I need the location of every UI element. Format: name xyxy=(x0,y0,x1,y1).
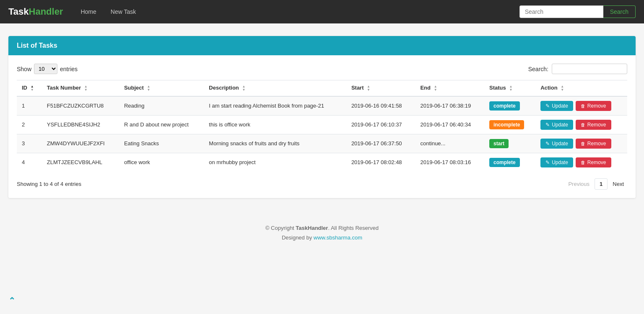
brand-logo[interactable]: TaskHandler xyxy=(8,6,63,17)
col-description[interactable]: Description ▲ ▼ xyxy=(204,80,346,96)
remove-button[interactable]: Remove xyxy=(576,120,611,130)
brand-handler: Handler xyxy=(29,6,63,17)
table-row: 2 YSFLLEDBNE4SIJH2 R and D about new pro… xyxy=(17,115,627,134)
cell-task-number: YSFLLEDBNE4SIJH2 xyxy=(42,115,119,134)
table-footer: Showing 1 to 4 of 4 entries Previous 1 N… xyxy=(17,178,627,190)
table-row: 1 F51BFCZUZKCGRTU8 Reading I am start re… xyxy=(17,96,627,116)
tasks-table: ID ▲ ▼ Task Number ▲ ▼ xyxy=(17,80,627,172)
rights-text: . All Rights Reserved xyxy=(328,225,379,231)
entries-info: Showing 1 to 4 of 4 entries xyxy=(17,181,81,187)
cell-action: Update Remove xyxy=(535,96,627,116)
status-badge: start xyxy=(489,139,509,148)
page-1-button[interactable]: 1 xyxy=(595,178,608,190)
cell-task-number: ZLMTJZEECVB9LAHL xyxy=(42,153,119,172)
search-button[interactable]: Search xyxy=(603,5,636,18)
entries-label: entries xyxy=(60,66,78,72)
col-id[interactable]: ID ▲ ▼ xyxy=(17,80,42,96)
page-footer: © Copyright TaskHandler. All Rights Rese… xyxy=(0,211,644,251)
trash-icon xyxy=(581,122,585,128)
next-page-button[interactable]: Next xyxy=(609,179,627,189)
cell-end: continue... xyxy=(415,134,484,153)
status-badge: complete xyxy=(489,101,520,111)
col-start[interactable]: Start ▲ ▼ xyxy=(346,80,415,96)
designed-by-line: Designed by www.sbsharma.com xyxy=(0,233,644,242)
cell-end: 2019-06-17 08:03:16 xyxy=(415,153,484,172)
designed-by-label: Designed by xyxy=(282,234,314,241)
col-action[interactable]: Action ▲ ▼ xyxy=(535,80,627,96)
cell-end: 2019-06-17 06:38:19 xyxy=(415,96,484,116)
search-input[interactable] xyxy=(519,5,603,18)
action-group: Update Remove xyxy=(540,157,622,167)
table-row: 3 ZMW4DYWUUEJF2XFI Eating Snacks Morning… xyxy=(17,134,627,153)
update-button[interactable]: Update xyxy=(540,157,573,167)
cell-id: 4 xyxy=(17,153,42,172)
card-body: Show 10 25 50 100 entries Search: xyxy=(8,55,636,198)
cell-id: 1 xyxy=(17,96,42,116)
sort-icon-status: ▲ ▼ xyxy=(509,85,512,92)
col-task-number[interactable]: Task Number ▲ ▼ xyxy=(42,80,119,96)
cell-end: 2019-06-17 06:40:34 xyxy=(415,115,484,134)
cell-status: start xyxy=(484,134,535,153)
show-entries: Show 10 25 50 100 entries xyxy=(17,64,78,74)
status-badge: incomplete xyxy=(489,120,524,129)
cell-action: Update Remove xyxy=(535,153,627,172)
update-button[interactable]: Update xyxy=(540,139,573,149)
navbar: TaskHandler Home New Task Search xyxy=(0,0,644,23)
trash-icon xyxy=(581,103,585,109)
cell-status: complete xyxy=(484,153,535,172)
card-header: List of Tasks xyxy=(8,36,636,55)
cell-description: I am start reading Alchemist Book from p… xyxy=(204,96,346,116)
trash-icon xyxy=(581,160,585,165)
col-end[interactable]: End ▲ ▼ xyxy=(415,80,484,96)
sort-icon-end: ▲ ▼ xyxy=(434,85,437,92)
table-search-input[interactable] xyxy=(552,64,627,74)
cell-subject: Reading xyxy=(119,96,204,116)
sort-icon-subject: ▲ ▼ xyxy=(147,85,151,92)
cell-subject: office work xyxy=(119,153,204,172)
action-group: Update Remove xyxy=(540,101,622,111)
cell-task-number: F51BFCZUZKCGRTU8 xyxy=(42,96,119,116)
cell-task-number: ZMW4DYWUUEJF2XFI xyxy=(42,134,119,153)
sort-icon-start: ▲ ▼ xyxy=(367,85,370,92)
edit-icon xyxy=(545,160,550,165)
cell-description: this is office work xyxy=(204,115,346,134)
cell-subject: R and D about new project xyxy=(119,115,204,134)
nav-home[interactable]: Home xyxy=(75,5,101,18)
col-status[interactable]: Status ▲ ▼ xyxy=(484,80,535,96)
sort-icon-id: ▲ ▼ xyxy=(31,85,34,92)
sort-icon-description: ▲ ▼ xyxy=(242,85,245,92)
cell-subject: Eating Snacks xyxy=(119,134,204,153)
brand-task: Task xyxy=(8,6,29,17)
update-button[interactable]: Update xyxy=(540,120,573,130)
action-group: Update Remove xyxy=(540,139,622,149)
task-card: List of Tasks Show 10 25 50 100 entries … xyxy=(8,36,636,198)
table-controls: Show 10 25 50 100 entries Search: xyxy=(17,64,627,74)
cell-id: 2 xyxy=(17,115,42,134)
remove-button[interactable]: Remove xyxy=(576,101,611,111)
edit-icon xyxy=(545,122,550,128)
status-badge: complete xyxy=(489,158,520,167)
table-body: 1 F51BFCZUZKCGRTU8 Reading I am start re… xyxy=(17,96,627,172)
nav-new-task[interactable]: New Task xyxy=(106,5,141,18)
cell-start: 2019-06-17 08:02:48 xyxy=(346,153,415,172)
show-label: Show xyxy=(17,66,31,72)
footer-brand: TaskHandler xyxy=(296,225,328,231)
table-head: ID ▲ ▼ Task Number ▲ ▼ xyxy=(17,80,627,96)
cell-description: Morning snacks of fruits and dry fruits xyxy=(204,134,346,153)
col-subject[interactable]: Subject ▲ ▼ xyxy=(119,80,204,96)
edit-icon xyxy=(545,103,550,109)
cell-status: incomplete xyxy=(484,115,535,134)
copyright-line: © Copyright TaskHandler. All Rights Rese… xyxy=(0,223,644,233)
cell-status: complete xyxy=(484,96,535,116)
remove-button[interactable]: Remove xyxy=(576,157,611,167)
main-content: List of Tasks Show 10 25 50 100 entries … xyxy=(0,23,644,211)
trash-icon xyxy=(581,141,585,147)
cell-action: Update Remove xyxy=(535,115,627,134)
navbar-search: Search xyxy=(519,5,636,18)
update-button[interactable]: Update xyxy=(540,101,573,111)
designer-link[interactable]: www.sbsharma.com xyxy=(314,234,362,241)
entries-select[interactable]: 10 25 50 100 xyxy=(34,64,57,74)
prev-page-button[interactable]: Previous xyxy=(565,179,593,189)
action-group: Update Remove xyxy=(540,120,622,130)
remove-button[interactable]: Remove xyxy=(576,139,611,149)
